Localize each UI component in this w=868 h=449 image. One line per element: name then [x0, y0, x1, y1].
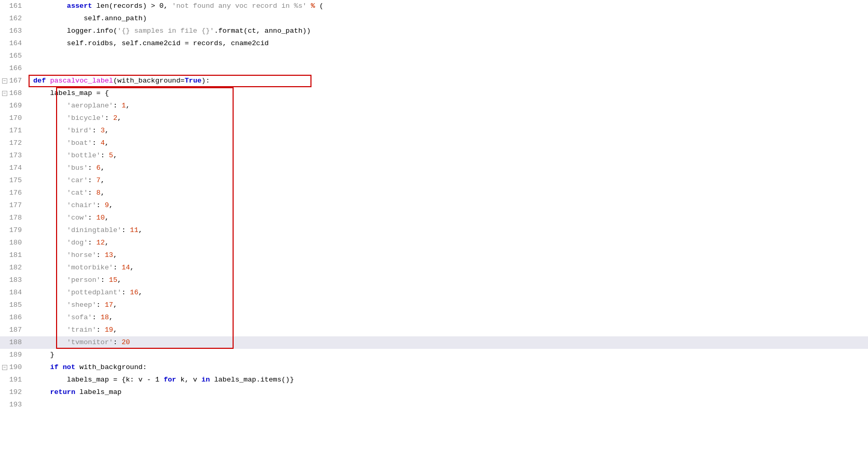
line-content: 'person': 15, — [31, 274, 868, 287]
line-number: 162 — [0, 12, 27, 25]
code-line: 178 'cow': 10, — [0, 212, 868, 224]
line-number: 179 — [0, 224, 27, 237]
code-line: 177 'chair': 9, — [0, 199, 868, 212]
fold-icon[interactable]: − — [2, 78, 7, 84]
code-line: 170 'bicycle': 2, — [0, 112, 868, 125]
line-number: 172 — [0, 137, 27, 149]
line-content: self.roidbs, self.cname2cid = records, c… — [31, 37, 868, 50]
line-content: labels_map = {k: v - 1 for k, v in label… — [31, 374, 868, 386]
line-content: 'sofa': 18, — [31, 311, 868, 324]
line-content: 'cat': 8, — [31, 187, 868, 199]
line-number: 164 — [0, 37, 27, 50]
code-line: 186 'sofa': 18, — [0, 311, 868, 324]
code-line: −167def pascalvoc_label(with_background=… — [0, 75, 868, 87]
line-content: return labels_map — [31, 386, 868, 399]
code-line: 161 assert len(records) > 0, 'not found … — [0, 0, 868, 12]
line-number: −190 — [0, 361, 27, 374]
code-line: 179 'diningtable': 11, — [0, 224, 868, 237]
fold-icon[interactable]: − — [2, 91, 7, 96]
code-line: 163 logger.info('{} samples in file {}'.… — [0, 25, 868, 37]
line-number: 192 — [0, 386, 27, 399]
code-line: 185 'sheep': 17, — [0, 299, 868, 311]
line-content: 'train': 19, — [31, 324, 868, 336]
line-number: 166 — [0, 62, 27, 75]
line-content: 'cow': 10, — [31, 212, 868, 224]
line-content: 'boat': 4, — [31, 137, 868, 149]
line-number: 193 — [0, 399, 27, 411]
line-number: 165 — [0, 50, 27, 62]
code-line: 172 'boat': 4, — [0, 137, 868, 149]
code-line: 193 — [0, 399, 868, 411]
line-content: 'car': 7, — [31, 174, 868, 187]
code-line: 174 'bus': 6, — [0, 162, 868, 174]
code-line: 176 'cat': 8, — [0, 187, 868, 199]
code-line: 184 'pottedplant': 16, — [0, 287, 868, 299]
code-line: 171 'bird': 3, — [0, 125, 868, 137]
line-content: labels_map = { — [31, 87, 868, 100]
line-content: 'bicycle': 2, — [31, 112, 868, 125]
line-number: 173 — [0, 149, 27, 162]
code-line: 182 'motorbike': 14, — [0, 262, 868, 274]
code-line: 162 self.anno_path) — [0, 12, 868, 25]
line-content: 'horse': 13, — [31, 249, 868, 262]
code-line: 175 'car': 7, — [0, 174, 868, 187]
line-number: 174 — [0, 162, 27, 174]
fold-icon[interactable]: − — [2, 365, 7, 370]
line-number: −167 — [0, 75, 27, 87]
code-line: 180 'dog': 12, — [0, 237, 868, 249]
line-number: 187 — [0, 324, 27, 336]
code-line: 192 return labels_map — [0, 386, 868, 399]
code-line: 181 'horse': 13, — [0, 249, 868, 262]
line-number: 171 — [0, 125, 27, 137]
line-number: 177 — [0, 199, 27, 212]
line-content: 'dog': 12, — [31, 237, 868, 249]
line-content: 'bird': 3, — [31, 125, 868, 137]
code-line: 183 'person': 15, — [0, 274, 868, 287]
line-number: 176 — [0, 187, 27, 199]
line-number: 169 — [0, 100, 27, 112]
line-number: 185 — [0, 299, 27, 311]
line-content: 'diningtable': 11, — [31, 224, 868, 237]
line-number: 170 — [0, 112, 27, 125]
line-content: 'aeroplane': 1, — [31, 100, 868, 112]
line-number: 184 — [0, 287, 27, 299]
line-content: self.anno_path) — [31, 12, 868, 25]
line-content: 'pottedplant': 16, — [31, 287, 868, 299]
line-content: def pascalvoc_label(with_background=True… — [31, 75, 868, 87]
code-line: 173 'bottle': 5, — [0, 149, 868, 162]
line-number: 189 — [0, 349, 27, 361]
line-number: 163 — [0, 25, 27, 37]
code-editor: 161 assert len(records) > 0, 'not found … — [0, 0, 868, 449]
line-number: 182 — [0, 262, 27, 274]
line-number: −168 — [0, 87, 27, 100]
code-line: −168 labels_map = { — [0, 87, 868, 100]
line-number: 188 — [0, 336, 27, 349]
line-number: 175 — [0, 174, 27, 187]
line-number: 180 — [0, 237, 27, 249]
line-number: 186 — [0, 311, 27, 324]
line-content: } — [31, 349, 868, 361]
code-line: 191 labels_map = {k: v - 1 for k, v in l… — [0, 374, 868, 386]
code-line: 188 'tvmonitor': 20 — [0, 336, 868, 349]
code-line: 165 — [0, 50, 868, 62]
line-content: if not with_background: — [31, 361, 868, 374]
code-line: 189 } — [0, 349, 868, 361]
line-content: logger.info('{} samples in file {}'.form… — [31, 25, 868, 37]
line-content: 'bus': 6, — [31, 162, 868, 174]
code-line: 164 self.roidbs, self.cname2cid = record… — [0, 37, 868, 50]
code-line: −190 if not with_background: — [0, 361, 868, 374]
line-number: 178 — [0, 212, 27, 224]
line-number: 161 — [0, 0, 27, 12]
line-number: 191 — [0, 374, 27, 386]
code-line: 187 'train': 19, — [0, 324, 868, 336]
line-content: 'bottle': 5, — [31, 149, 868, 162]
line-content: 'tvmonitor': 20 — [31, 336, 868, 349]
line-content: 'sheep': 17, — [31, 299, 868, 311]
line-number: 181 — [0, 249, 27, 262]
code-line: 166 — [0, 62, 868, 75]
line-content: 'motorbike': 14, — [31, 262, 868, 274]
code-line: 169 'aeroplane': 1, — [0, 100, 868, 112]
line-number: 183 — [0, 274, 27, 287]
line-content: assert len(records) > 0, 'not found any … — [31, 0, 868, 12]
line-content: 'chair': 9, — [31, 199, 868, 212]
